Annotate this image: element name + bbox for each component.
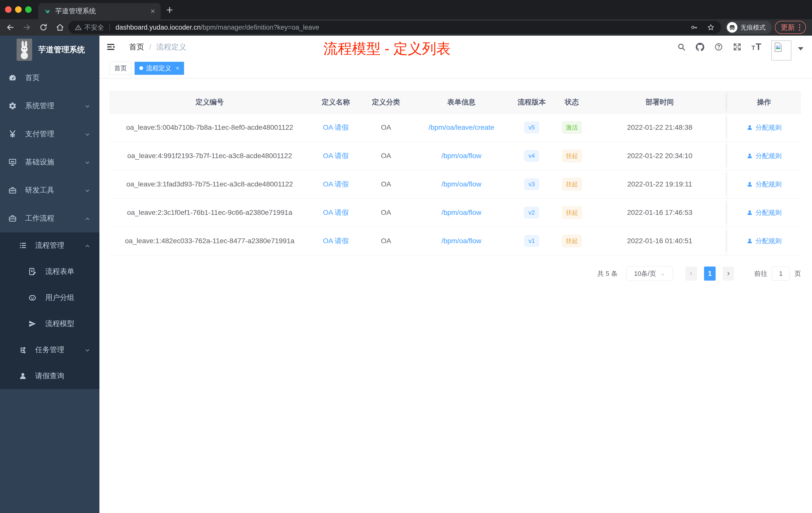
sidebar-item-system[interactable]: 系统管理 xyxy=(0,92,99,120)
assign-rule-button[interactable]: 分配规则 xyxy=(747,123,782,132)
fullscreen-icon[interactable] xyxy=(733,43,742,51)
list-icon xyxy=(19,241,27,250)
sidebar: 芋道管理系统 首页 系统管理 支付管理 xyxy=(0,36,99,513)
column-header-status: 状态 xyxy=(551,91,592,113)
sidebar-item-label: 任务管理 xyxy=(35,345,64,355)
sidebar-item-leave-query[interactable]: 请假查询 xyxy=(0,363,99,389)
assign-rule-button[interactable]: 分配规则 xyxy=(747,152,782,160)
form-link[interactable]: /bpm/oa/flow xyxy=(441,237,481,245)
browser-tab[interactable]: 芋道管理系统 × xyxy=(38,3,161,19)
column-header-deploy-time: 部署时间 xyxy=(592,91,727,113)
cell-definition-id: oa_leave:3:1fad3d93-7b75-11ec-a3c8-acde4… xyxy=(109,170,310,198)
sidebar-item-label: 基础设施 xyxy=(25,157,54,167)
address-bar[interactable]: 不安全 dashboard.yudao.iocoder.cn /bpm/mana… xyxy=(68,21,721,34)
definition-name-link[interactable]: OA 请假 xyxy=(323,179,349,189)
avatar-caret-down-icon[interactable] xyxy=(798,47,804,51)
browser-menu-icon[interactable] xyxy=(799,24,800,31)
assign-rule-button[interactable]: 分配规则 xyxy=(747,180,782,189)
definition-name-link[interactable]: OA 请假 xyxy=(323,151,349,161)
incognito-icon xyxy=(727,22,737,33)
tag-process-definition[interactable]: 流程定义 × xyxy=(135,62,184,75)
chevron-down-icon xyxy=(660,271,665,276)
definition-name-link[interactable]: OA 请假 xyxy=(323,236,349,246)
sidebar-item-infrastructure[interactable]: 基础设施 xyxy=(0,148,99,176)
status-badge: 挂起 xyxy=(562,150,582,162)
password-key-icon[interactable] xyxy=(691,24,698,31)
back-icon[interactable] xyxy=(6,23,14,32)
navbar-actions: TT xyxy=(677,36,804,58)
tab-close-icon[interactable]: × xyxy=(150,7,155,15)
sidebar-item-dev-tools[interactable]: 研发工具 xyxy=(0,176,99,204)
tag-close-icon[interactable]: × xyxy=(176,65,179,72)
next-page-button[interactable] xyxy=(723,267,734,280)
definition-name-link[interactable]: OA 请假 xyxy=(323,208,349,217)
update-label[interactable]: 更新 xyxy=(781,23,795,32)
chevron-down-icon xyxy=(84,103,90,109)
form-link[interactable]: /bpm/oa/flow xyxy=(441,152,481,160)
cell-definition-id: oa_leave:5:004b710b-7b8a-11ec-8ef0-acde4… xyxy=(109,114,310,142)
table-row: oa_leave:2:3c1f0ef1-76b1-11ec-9c66-a2380… xyxy=(109,199,801,227)
page-size-select[interactable]: 10条/页 xyxy=(626,266,673,281)
sidebar-item-process-model[interactable]: 流程模型 xyxy=(0,311,99,337)
status-badge: 激活 xyxy=(562,121,582,134)
search-icon[interactable] xyxy=(677,43,686,51)
chevron-down-icon xyxy=(84,131,90,137)
table-header-row: 定义编号 定义名称 定义分类 表单信息 流程版本 状态 部署时间 操作 xyxy=(109,91,801,114)
form-link[interactable]: /bpm/oa/leave/create xyxy=(429,123,494,131)
tags-view: 首页 流程定义 × xyxy=(99,58,812,78)
version-badge: v1 xyxy=(524,235,539,247)
sidebar-item-payment[interactable]: 支付管理 xyxy=(0,120,99,148)
favicon-plant-icon xyxy=(44,7,51,15)
sidebar-item-user-group[interactable]: 用户分组 xyxy=(0,284,99,311)
sidebar-item-task-management[interactable]: 任务管理 xyxy=(0,337,99,363)
forward-icon[interactable] xyxy=(23,23,31,32)
home-icon[interactable] xyxy=(56,23,64,32)
font-size-icon[interactable]: TT xyxy=(752,42,761,52)
url-host: dashboard.yudao.iocoder.cn xyxy=(116,24,201,31)
chevron-down-icon xyxy=(84,347,90,353)
chevron-left-icon xyxy=(689,271,694,276)
page-number-button[interactable]: 1 xyxy=(704,267,716,280)
sidebar-item-label: 请假查询 xyxy=(35,371,64,381)
browser-update-button[interactable]: 更新 xyxy=(775,21,806,34)
table-row: oa_leave:1:482ec033-762a-11ec-8477-a2380… xyxy=(109,227,801,255)
breadcrumb-separator: / xyxy=(149,43,151,51)
assign-rule-button[interactable]: 分配规则 xyxy=(747,237,782,245)
github-icon[interactable] xyxy=(696,43,704,51)
form-link[interactable]: /bpm/oa/flow xyxy=(441,180,481,188)
pagination: 共 5 条 10条/页 1 前往 1 页 xyxy=(109,266,801,281)
broken-image-icon xyxy=(773,42,784,53)
sidebar-item-workflow[interactable]: 工作流程 xyxy=(0,204,99,233)
form-link[interactable]: /bpm/oa/flow xyxy=(441,209,481,217)
version-badge: v3 xyxy=(524,178,539,190)
app-logo[interactable]: 芋道管理系统 xyxy=(0,36,99,64)
active-dot-icon xyxy=(139,66,143,70)
column-header-form-info: 表单信息 xyxy=(410,91,512,113)
cell-deploy-time: 2022-01-22 19:19:11 xyxy=(592,170,727,198)
sidebar-item-process-management[interactable]: 流程管理 xyxy=(0,233,99,259)
new-tab-button[interactable]: + xyxy=(166,3,173,17)
cell-deploy-time: 2022-01-16 17:46:53 xyxy=(592,199,727,227)
sidebar-item-process-form[interactable]: 流程表单 xyxy=(0,259,99,284)
user-icon xyxy=(747,153,753,159)
bookmark-star-icon[interactable] xyxy=(707,24,715,31)
definition-name-link[interactable]: OA 请假 xyxy=(323,123,349,132)
assign-rule-button[interactable]: 分配规则 xyxy=(747,208,782,217)
status-badge: 挂起 xyxy=(562,235,582,247)
security-label[interactable]: 不安全 xyxy=(84,23,104,32)
close-window-button[interactable] xyxy=(5,6,11,13)
goto-page-input[interactable]: 1 xyxy=(772,267,790,280)
minimize-window-button[interactable] xyxy=(15,6,22,13)
sidebar-toggle-icon[interactable] xyxy=(106,42,116,52)
avatar[interactable] xyxy=(771,40,791,60)
security-warning-icon[interactable] xyxy=(75,24,82,31)
sidebar-item-label: 流程模型 xyxy=(45,319,74,329)
breadcrumb-home[interactable]: 首页 xyxy=(129,42,144,52)
tag-home[interactable]: 首页 xyxy=(110,62,132,75)
prev-page-button[interactable] xyxy=(686,267,697,280)
help-icon[interactable] xyxy=(714,43,723,51)
reload-icon[interactable] xyxy=(39,23,48,32)
column-header-definition-id: 定义编号 xyxy=(109,91,310,113)
zoom-window-button[interactable] xyxy=(25,6,32,13)
sidebar-item-home[interactable]: 首页 xyxy=(0,64,99,92)
